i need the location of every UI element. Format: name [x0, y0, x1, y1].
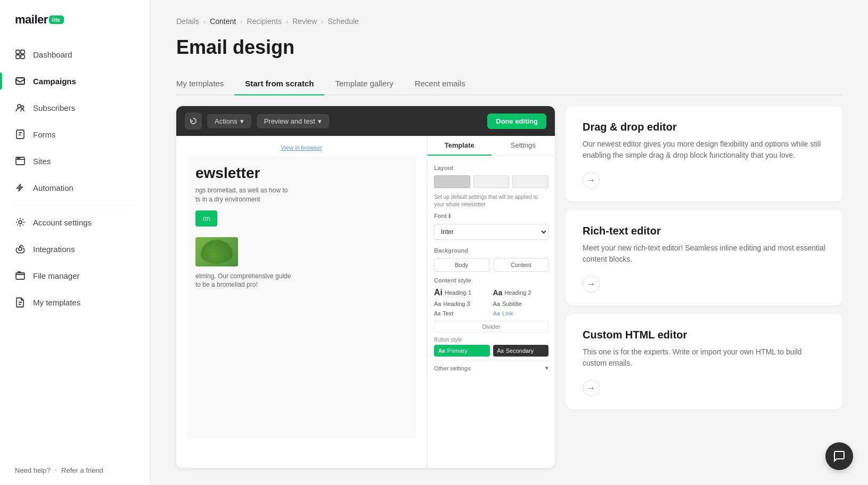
sidebar-item-campaigns[interactable]: Campaigns [6, 68, 144, 94]
editor-card-rich-text[interactable]: Rich-text editor Meet your new rich-text… [566, 210, 842, 305]
breadcrumb-schedule[interactable]: Schedule [328, 17, 359, 26]
actions-chevron-icon: ▾ [240, 117, 244, 125]
logo-area: mailerlite [0, 0, 150, 42]
layout-opt-2[interactable] [473, 175, 510, 188]
chat-button[interactable] [825, 442, 853, 470]
content-style-label: Content style [434, 277, 548, 284]
sidebar-item-integrations-label: Integrations [33, 245, 75, 254]
svg-point-6 [21, 106, 24, 109]
footer-dot: • [55, 466, 58, 474]
tab-template-gallery[interactable]: Template gallery [324, 74, 404, 95]
style-heading1[interactable]: Ai Heading 1 [434, 288, 490, 297]
content-area: Actions ▾ Preview and test ▾ Done editin… [176, 106, 842, 468]
sidebar-nav: Dashboard Campaigns Subscribers [0, 42, 150, 456]
sidebar-item-campaigns-label: Campaigns [33, 77, 76, 86]
file-manager-icon [15, 270, 26, 281]
btn-secondary-label: Secondary [506, 347, 534, 354]
sidebar-item-my-templates[interactable]: My templates [6, 289, 144, 315]
layout-opt-1[interactable] [434, 175, 470, 188]
breadcrumb-content[interactable]: Content [210, 17, 236, 26]
forms-icon [15, 129, 26, 140]
style-heading3-label: Heading 3 [443, 301, 470, 307]
button-secondary[interactable]: Aa Secondary [493, 345, 549, 357]
breadcrumb-sep-3: › [286, 18, 288, 26]
breadcrumb-recipients[interactable]: Recipients [247, 17, 282, 26]
view-in-browser-link[interactable]: View in browser [187, 144, 416, 151]
preview-body: View in browser ewsletter ngs bromeliad,… [176, 136, 555, 467]
done-editing-button[interactable]: Done editing [487, 114, 546, 129]
rich-text-arrow[interactable]: → [583, 276, 600, 293]
integrations-icon [15, 244, 26, 254]
other-settings-chevron-icon: ▾ [545, 365, 548, 371]
actions-button[interactable]: Actions ▾ [207, 114, 251, 128]
tabs-bar: My templates Start from scratch Template… [176, 74, 842, 95]
sidebar-item-forms[interactable]: Forms [6, 122, 144, 147]
drag-drop-title: Drag & drop editor [583, 121, 825, 133]
breadcrumb-review[interactable]: Review [292, 17, 317, 26]
style-link[interactable]: Aa Link [493, 310, 549, 317]
background-options: Body Content [434, 258, 548, 272]
style-heading3[interactable]: Aa Heading 3 [434, 301, 490, 307]
my-templates-icon [15, 297, 26, 308]
button-primary[interactable]: Aa Primary [434, 345, 490, 357]
tab-start-from-scratch[interactable]: Start from scratch [234, 74, 324, 95]
page-title: Email design [176, 36, 842, 59]
style-text-prefix: Aa [434, 311, 440, 317]
sidebar-divider [15, 205, 135, 205]
sidebar-item-sites[interactable]: Sites [6, 148, 144, 174]
custom-html-desc: This one is for the experts. Write or im… [583, 346, 825, 369]
sidebar-item-integrations[interactable]: Integrations [6, 236, 144, 262]
editor-cards: Drag & drop editor Our newest editor giv… [566, 106, 842, 468]
history-button[interactable] [185, 112, 202, 130]
newsletter-more-text: elming. Our comprehensive guide to be a … [195, 272, 407, 290]
custom-html-arrow[interactable]: → [583, 379, 600, 397]
svg-point-11 [19, 221, 22, 224]
template-settings-panel: Template Settings Layout Set up default … [427, 136, 555, 467]
newsletter-cta-button[interactable]: on [195, 211, 217, 227]
sidebar-item-subscribers[interactable]: Subscribers [6, 95, 144, 120]
editor-card-drag-drop[interactable]: Drag & drop editor Our newest editor giv… [566, 106, 842, 201]
settings-desc: Set up default settings that will be app… [434, 193, 548, 208]
layout-options [434, 175, 548, 188]
tab-my-templates[interactable]: My templates [176, 74, 234, 95]
content-styles: Ai Heading 1 Aa Heading 2 Aa Heading 3 [434, 288, 548, 317]
logo-text: mailer [15, 13, 48, 27]
newsletter-title: ewsletter [195, 165, 407, 182]
sidebar-item-account-settings[interactable]: Account settings [6, 209, 144, 235]
svg-point-9 [18, 158, 19, 159]
help-link[interactable]: Need help? [15, 466, 51, 474]
breadcrumb-sep-2: › [240, 18, 242, 26]
preview-test-button[interactable]: Preview and test ▾ [257, 114, 329, 128]
other-settings[interactable]: Other settings ▾ [434, 360, 548, 371]
style-heading2[interactable]: Aa Heading 2 [493, 288, 549, 297]
sidebar-item-dashboard[interactable]: Dashboard [6, 42, 144, 67]
refer-link[interactable]: Refer a friend [61, 466, 103, 474]
drag-drop-arrow[interactable]: → [583, 172, 600, 189]
settings-tab-settings[interactable]: Settings [492, 136, 555, 156]
svg-rect-3 [21, 55, 24, 59]
svg-rect-2 [16, 55, 20, 59]
style-text[interactable]: Aa Text [434, 310, 490, 317]
email-body-preview: ewsletter ngs bromeliad, as well as how … [187, 156, 416, 439]
background-content[interactable]: Content [494, 258, 549, 272]
sidebar-item-forms-label: Forms [33, 130, 56, 139]
logo-badge: lite [49, 15, 64, 24]
settings-tabs: Template Settings [428, 136, 555, 156]
settings-tab-template[interactable]: Template [428, 136, 492, 156]
sidebar-item-sites-label: Sites [33, 157, 51, 166]
layout-opt-3[interactable] [512, 175, 548, 188]
background-body[interactable]: Body [434, 258, 489, 272]
drag-drop-desc: Our newest editor gives you more design … [583, 139, 825, 161]
style-subtitle[interactable]: Aa Subtitle [493, 301, 549, 307]
font-select[interactable]: Inter [434, 224, 548, 240]
tab-recent-emails[interactable]: Recent emails [404, 74, 476, 95]
sidebar-item-automation-label: Automation [33, 183, 73, 192]
breadcrumb-details[interactable]: Details [176, 17, 199, 26]
editor-card-custom-html[interactable]: Custom HTML editor This one is for the e… [566, 314, 842, 409]
sidebar-item-account-settings-label: Account settings [33, 218, 92, 227]
sidebar-item-automation[interactable]: Automation [6, 175, 144, 200]
style-heading2-prefix: Aa [493, 288, 503, 297]
sidebar-item-file-manager[interactable]: File manager [6, 263, 144, 288]
btn-primary-prefix: Aa [438, 348, 445, 354]
breadcrumb: Details › Content › Recipients › Review … [176, 17, 842, 26]
